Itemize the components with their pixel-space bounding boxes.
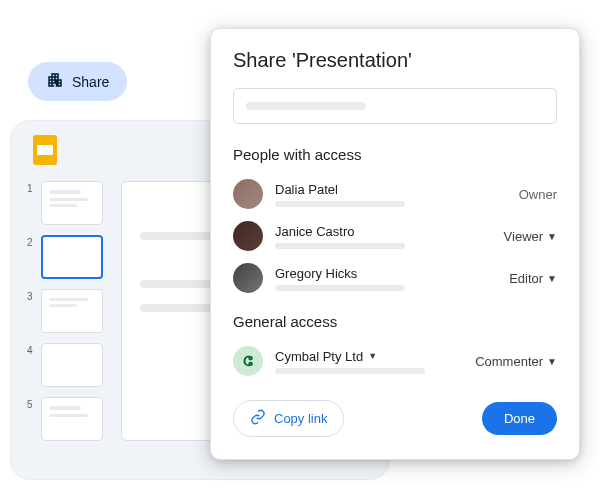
thumb-number: 1 [27,181,35,194]
person-role-owner: Owner [519,187,557,202]
share-chip-label: Share [72,74,109,90]
avatar [233,179,263,209]
person-email-skeleton [275,285,405,291]
org-name-dropdown[interactable]: Cymbal Pty Ltd [275,349,363,364]
slide-thumb-row[interactable]: 4 [27,343,103,387]
people-section-label: People with access [233,146,557,163]
slide-thumb-row[interactable]: 3 [27,289,103,333]
general-access-row: ⵛ Cymbal Pty Ltd ▼ Commenter ▼ [233,340,557,382]
slide-thumb-row[interactable]: 1 [27,181,103,225]
person-email-skeleton [275,243,405,249]
slide-thumbnails: 1 2 3 4 5 [27,181,103,441]
slide-thumb[interactable] [41,181,103,225]
modal-title: Share 'Presentation' [233,49,557,72]
slide-thumb-row[interactable]: 5 [27,397,103,441]
person-row: Gregory Hicks Editor ▼ [233,257,557,299]
caret-down-icon: ▼ [547,356,557,367]
share-chip[interactable]: Share [28,62,127,101]
caret-down-icon: ▼ [547,273,557,284]
person-role-dropdown[interactable]: Editor ▼ [509,271,557,286]
avatar [233,263,263,293]
slide-thumb[interactable] [41,343,103,387]
person-row: Janice Castro Viewer ▼ [233,215,557,257]
slide-thumb[interactable] [41,235,103,279]
copy-link-label: Copy link [274,411,327,426]
general-role-dropdown[interactable]: Commenter ▼ [475,354,557,369]
caret-down-icon: ▼ [368,351,377,361]
link-icon [250,409,266,428]
slide-thumb-row[interactable]: 2 [27,235,103,279]
org-desc-skeleton [275,368,425,374]
input-placeholder-skeleton [246,102,366,110]
person-name: Gregory Hicks [275,266,497,281]
thumb-number: 3 [27,289,35,302]
caret-down-icon: ▼ [547,231,557,242]
slides-logo-icon [33,135,57,165]
share-modal: Share 'Presentation' People with access … [210,28,580,460]
person-name: Janice Castro [275,224,492,239]
org-icon: ⵛ [233,346,263,376]
avatar [233,221,263,251]
person-name: Dalia Patel [275,182,507,197]
general-section-label: General access [233,313,557,330]
person-role-dropdown[interactable]: Viewer ▼ [504,229,557,244]
building-icon [46,71,64,92]
copy-link-button[interactable]: Copy link [233,400,344,437]
thumb-number: 4 [27,343,35,356]
person-email-skeleton [275,201,405,207]
slide-thumb[interactable] [41,397,103,441]
thumb-number: 5 [27,397,35,410]
add-people-input[interactable] [233,88,557,124]
person-row: Dalia Patel Owner [233,173,557,215]
slide-thumb[interactable] [41,289,103,333]
done-button[interactable]: Done [482,402,557,435]
thumb-number: 2 [27,235,35,248]
